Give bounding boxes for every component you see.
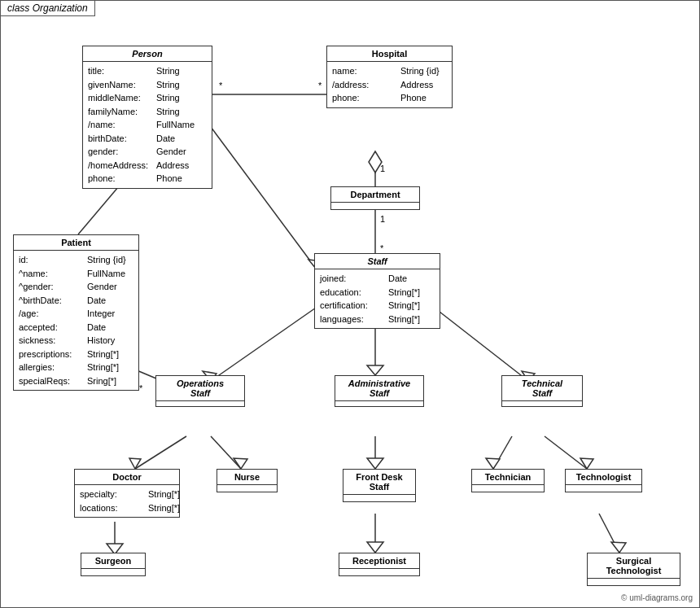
- svg-text:*: *: [139, 383, 143, 393]
- hospital-header: Hospital: [327, 46, 452, 62]
- class-technologist: Technologist: [565, 469, 642, 492]
- svg-line-15: [135, 436, 186, 469]
- svg-line-21: [493, 436, 512, 469]
- class-hospital: Hospital name:String {id} /address:Addre…: [326, 46, 453, 108]
- svg-text:1: 1: [380, 164, 385, 173]
- nurse-header: Nurse: [217, 470, 277, 485]
- class-administrative-staff: AdministrativeStaff: [335, 375, 424, 407]
- svg-text:*: *: [380, 243, 384, 253]
- svg-marker-22: [486, 458, 500, 469]
- staff-header: Staff: [315, 254, 440, 269]
- diagram-title: class Organization: [1, 1, 95, 16]
- diagram-container: class Organization: [0, 0, 700, 608]
- technician-header: Technician: [472, 470, 544, 485]
- hospital-body: name:String {id} /address:Address phone:…: [327, 62, 452, 107]
- svg-marker-2: [369, 151, 382, 173]
- svg-marker-24: [580, 458, 593, 469]
- class-operations-staff: OperationsStaff: [155, 375, 245, 407]
- doctor-header: Doctor: [75, 470, 179, 485]
- department-header: Department: [331, 187, 419, 203]
- svg-line-17: [211, 436, 241, 469]
- patient-header: Patient: [14, 235, 138, 251]
- front-desk-staff-header: Front DeskStaff: [343, 470, 415, 495]
- svg-marker-16: [129, 458, 141, 469]
- person-header: Person: [83, 46, 212, 62]
- staff-body: joined:Date education:String[*] certific…: [315, 269, 440, 328]
- operations-staff-header: OperationsStaff: [156, 376, 244, 401]
- class-patient: Patient id:String {id} ^name:FullName ^g…: [13, 234, 139, 391]
- svg-line-29: [599, 514, 619, 553]
- surgical-technologist-header: SurgicalTechnologist: [588, 553, 680, 579]
- class-surgeon: Surgeon: [81, 553, 146, 576]
- class-technician: Technician: [471, 469, 545, 492]
- doctor-body: specialty:String[*] locations:String[*]: [75, 485, 179, 517]
- class-technical-staff: TechnicalStaff: [501, 375, 583, 407]
- svg-line-9: [211, 306, 318, 381]
- svg-marker-18: [234, 458, 247, 469]
- class-doctor: Doctor specialty:String[*] locations:Str…: [74, 469, 180, 518]
- class-front-desk-staff: Front DeskStaff: [343, 469, 416, 502]
- class-nurse: Nurse: [217, 469, 278, 492]
- class-receptionist: Receptionist: [339, 553, 420, 576]
- administrative-staff-header: AdministrativeStaff: [335, 376, 423, 401]
- svg-text:1: 1: [380, 214, 385, 224]
- svg-line-4: [78, 182, 123, 234]
- person-body: title:String givenName:String middleName…: [83, 62, 212, 188]
- class-staff: Staff joined:Date education:String[*] ce…: [314, 253, 440, 329]
- copyright-text: © uml-diagrams.org: [621, 593, 693, 602]
- patient-body: id:String {id} ^name:FullName ^gender:Ge…: [14, 251, 138, 390]
- svg-marker-20: [367, 458, 383, 469]
- surgeon-header: Surgeon: [81, 553, 145, 569]
- svg-line-13: [432, 306, 528, 381]
- class-surgical-technologist: SurgicalTechnologist: [587, 553, 680, 586]
- svg-marker-30: [611, 542, 626, 553]
- class-person: Person title:String givenName:String mid…: [82, 46, 212, 189]
- receptionist-header: Receptionist: [339, 553, 419, 569]
- svg-line-6: [211, 127, 317, 269]
- svg-marker-12: [367, 365, 383, 375]
- department-body: [331, 203, 419, 209]
- svg-marker-28: [367, 542, 383, 553]
- svg-text:*: *: [219, 81, 223, 90]
- technical-staff-header: TechnicalStaff: [502, 376, 582, 401]
- technologist-header: Technologist: [566, 470, 641, 485]
- svg-text:*: *: [318, 81, 322, 90]
- svg-line-23: [545, 436, 587, 469]
- class-department: Department: [330, 186, 420, 210]
